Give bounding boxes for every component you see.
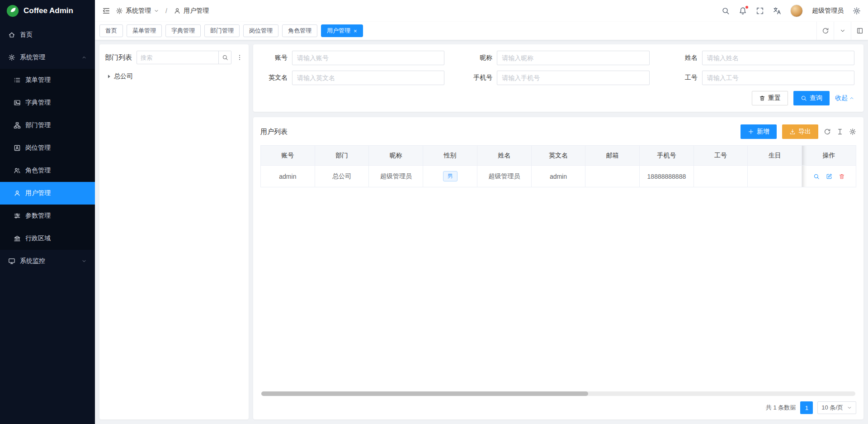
tree-node-head-office[interactable]: 总公司 — [105, 70, 243, 83]
list-icon — [14, 76, 21, 84]
settings-button[interactable] — [853, 7, 861, 15]
app-logo[interactable]: Coffee Admin — [0, 0, 95, 22]
delete-row-button[interactable] — [839, 173, 845, 180]
breadcrumb-label: 系统管理 — [126, 7, 151, 15]
tab-menu-management[interactable]: 菜单管理 — [127, 24, 162, 37]
caret-right-icon[interactable] — [106, 73, 112, 80]
breadcrumb-user-management[interactable]: 用户管理 — [174, 7, 209, 15]
trash-icon — [839, 173, 845, 180]
dictionary-icon — [14, 99, 21, 106]
scrollbar-thumb[interactable] — [261, 391, 588, 396]
sidebar-collapse-button[interactable] — [102, 7, 110, 15]
tab-bar: 首页 菜单管理 字典管理 部门管理 岗位管理 角色管理 用户管理 × — [95, 22, 868, 40]
add-user-button[interactable]: 新增 — [741, 124, 777, 139]
column-header-gender: 性别 — [423, 146, 477, 166]
cell-account: admin — [261, 166, 315, 187]
column-header-nickname: 昵称 — [369, 146, 423, 166]
language-button[interactable] — [773, 7, 781, 15]
header-row: 账号 部门 昵称 性别 姓名 英文名 邮箱 手机号 工号 生日 操作 — [261, 146, 856, 166]
page-number-1[interactable]: 1 — [800, 401, 813, 414]
export-button-label: 导出 — [798, 128, 811, 136]
tab-dict-management[interactable]: 字典管理 — [165, 24, 201, 37]
sidebar: Coffee Admin 首页 系统管理 菜单管理 字典管理 — [0, 0, 95, 424]
user-table: 账号 部门 昵称 性别 姓名 英文名 邮箱 手机号 工号 生日 操作 — [260, 145, 856, 187]
table-density-button[interactable] — [836, 128, 844, 135]
sidebar-item-label: 系统监控 — [20, 257, 45, 265]
breadcrumb-system[interactable]: 系统管理 — [116, 7, 159, 15]
notifications-button[interactable] — [739, 7, 747, 15]
department-more-button[interactable] — [236, 54, 243, 61]
job-number-input[interactable] — [702, 71, 854, 85]
sidebar-item-admin-region[interactable]: 行政区域 — [0, 227, 95, 250]
tab-dept-management[interactable]: 部门管理 — [204, 24, 240, 37]
user-list-actions: 新增 导出 — [741, 124, 856, 139]
breadcrumb-label: 用户管理 — [184, 7, 209, 15]
sidebar-item-system-monitor[interactable]: 系统监控 — [0, 250, 95, 272]
tab-user-management[interactable]: 用户管理 × — [321, 24, 363, 37]
field-label: 工号 — [670, 74, 698, 82]
sidebar-item-label: 菜单管理 — [25, 76, 51, 84]
reset-button[interactable]: 重置 — [752, 91, 788, 105]
nickname-input[interactable] — [497, 51, 649, 65]
collapse-filters-link[interactable]: 收起 — [835, 94, 854, 102]
column-header-phone: 手机号 — [640, 146, 694, 166]
sidebar-item-home[interactable]: 首页 — [0, 24, 95, 46]
account-input[interactable] — [292, 51, 444, 65]
table-header: 账号 部门 昵称 性别 姓名 英文名 邮箱 手机号 工号 生日 操作 — [261, 146, 856, 166]
tab-options-button[interactable] — [834, 22, 851, 40]
table-settings-button[interactable] — [849, 128, 856, 135]
horizontal-scrollbar[interactable] — [261, 391, 855, 396]
pagination-total: 共 1 条数据 — [766, 404, 796, 412]
magnifier-icon — [813, 173, 820, 180]
sidebar-menu: 首页 系统管理 菜单管理 字典管理 部门管理 — [0, 22, 95, 424]
translate-icon — [773, 7, 781, 15]
tab-home[interactable]: 首页 — [99, 24, 123, 37]
edit-row-button[interactable] — [826, 173, 832, 180]
content-fullscreen-button[interactable] — [851, 22, 868, 40]
sidebar-item-dict-management[interactable]: 字典管理 — [0, 91, 95, 114]
export-button[interactable]: 导出 — [782, 124, 818, 139]
sidebar-item-post-management[interactable]: 岗位管理 — [0, 137, 95, 159]
filter-actions: 重置 查询 收起 — [259, 91, 854, 105]
tab-role-management[interactable]: 角色管理 — [282, 24, 317, 37]
department-search-button[interactable] — [218, 51, 231, 64]
name-input[interactable] — [702, 51, 854, 65]
edit-icon — [826, 173, 832, 180]
sidebar-item-system-management[interactable]: 系统管理 — [0, 46, 95, 69]
refresh-tab-button[interactable] — [816, 22, 834, 40]
phone-input[interactable] — [497, 71, 649, 85]
query-button[interactable]: 查询 — [793, 91, 830, 105]
page-size-select[interactable]: 10 条/页 — [817, 401, 856, 414]
table-row: admin 总公司 超级管理员 男 超级管理员 admin 1888888888… — [261, 166, 856, 187]
search-icon — [222, 54, 228, 61]
cell-dept: 总公司 — [315, 166, 369, 187]
sidebar-item-menu-management[interactable]: 菜单管理 — [0, 69, 95, 91]
current-username[interactable]: 超级管理员 — [812, 7, 844, 15]
fullscreen-button[interactable] — [756, 7, 764, 15]
department-search-input[interactable] — [137, 54, 218, 61]
column-header-actions: 操作 — [802, 146, 856, 166]
refresh-table-button[interactable] — [824, 128, 831, 135]
english-name-input[interactable] — [292, 71, 444, 85]
sidebar-item-user-management[interactable]: 用户管理 — [0, 182, 95, 205]
column-header-email: 邮箱 — [585, 146, 640, 166]
user-list-header: 用户列表 新增 导出 — [260, 124, 856, 139]
tab-label: 角色管理 — [288, 27, 311, 35]
close-icon[interactable]: × — [354, 28, 357, 34]
reset-button-label: 重置 — [768, 94, 781, 102]
user-avatar[interactable] — [790, 5, 803, 17]
tab-post-management[interactable]: 岗位管理 — [243, 24, 278, 37]
department-panel-header: 部门列表 — [105, 51, 243, 64]
view-row-button[interactable] — [813, 173, 820, 180]
global-search-button[interactable] — [722, 7, 730, 15]
chevron-down-icon — [840, 28, 846, 34]
row-operations — [802, 173, 856, 180]
monitor-icon — [8, 257, 15, 265]
sidebar-item-role-management[interactable]: 角色管理 — [0, 159, 95, 182]
page-size-value: 10 条/页 — [821, 404, 843, 412]
text-height-icon — [836, 128, 844, 135]
tab-label: 字典管理 — [171, 27, 195, 35]
sidebar-item-dept-management[interactable]: 部门管理 — [0, 114, 95, 137]
sidebar-item-param-management[interactable]: 参数管理 — [0, 205, 95, 227]
main-column: 系统管理 / 用户管理 — [95, 0, 868, 424]
